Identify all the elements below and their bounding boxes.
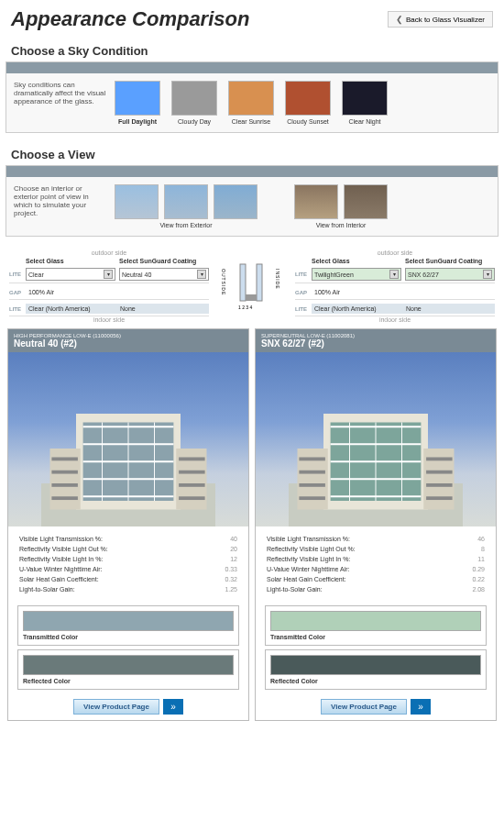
spec-row: Visible Light Transmission %:40 xyxy=(19,534,237,544)
spec-row: Solar Heat Gain Coefficient:0.32 xyxy=(19,574,237,584)
transmitted-swatch: Transmitted Color xyxy=(265,605,487,646)
svg-text:1  2    3  4: 1 2 3 4 xyxy=(238,305,253,310)
spec-row: Reflectivity Visible Light In %:12 xyxy=(19,554,237,564)
view-section-title: Choose a View xyxy=(0,142,504,165)
svg-rect-40 xyxy=(299,457,325,460)
gap-value: 100% Air xyxy=(26,287,209,297)
svg-rect-4 xyxy=(246,294,257,301)
coating-select[interactable]: SNX 62/27▾ xyxy=(405,268,495,281)
coating-select[interactable]: Neutral 40▾ xyxy=(119,268,209,281)
specs-table: Visible Light Transmission %:46Reflectiv… xyxy=(256,526,496,602)
sky-thumb-icon xyxy=(342,81,388,116)
sky-thumb-icon xyxy=(228,81,274,116)
transmitted-swatch: Transmitted Color xyxy=(17,605,239,646)
sky-panel: Sky conditions can dramatically affect t… xyxy=(5,61,499,133)
glass2-value: Clear (North America) xyxy=(26,304,117,314)
svg-text:OUTSIDE: OUTSIDE xyxy=(221,269,226,295)
arrow-right-icon[interactable]: » xyxy=(163,699,183,715)
result-header: SUPERNEUTRAL LOW-E (11002081)SNX 62/27 (… xyxy=(256,329,496,352)
sky-thumb-icon xyxy=(171,81,217,116)
view-product-button[interactable]: View Product Page xyxy=(321,699,407,715)
chevron-down-icon: ▾ xyxy=(197,270,206,279)
result-header: HIGH PERFORMANCE LOW-E (11000056)Neutral… xyxy=(8,329,248,352)
svg-rect-42 xyxy=(299,470,325,473)
svg-text:INSIDE: INSIDE xyxy=(275,269,280,290)
spec-row: Reflectivity Visible Light Out %:20 xyxy=(19,544,237,554)
view-product-button[interactable]: View Product Page xyxy=(73,699,159,715)
spec-row: Light-to-Solar Gain:2.08 xyxy=(267,584,485,594)
sky-section-title: Choose a Sky Condition xyxy=(0,39,504,61)
svg-rect-22 xyxy=(179,470,205,473)
side-label: outdoor side xyxy=(9,249,209,256)
svg-rect-20 xyxy=(179,457,205,460)
view-desc: Choose an interior or exterior point of … xyxy=(14,184,115,228)
view-thumb[interactable] xyxy=(164,184,208,219)
chevron-down-icon: ▾ xyxy=(104,270,113,279)
header: Appearance Comparison ❮ Back to Glass Vi… xyxy=(0,0,504,39)
sky-desc: Sky conditions can dramatically affect t… xyxy=(14,81,115,125)
svg-rect-19 xyxy=(51,457,78,460)
spec-row: U-Value Winter Nighttime Air:0.33 xyxy=(19,564,237,574)
chevron-left-icon: ❮ xyxy=(396,15,403,24)
glass-select[interactable]: Clear▾ xyxy=(26,268,115,281)
sky-option[interactable]: Clear Night xyxy=(342,81,388,125)
reflected-swatch: Reflected Color xyxy=(265,649,487,690)
interior-views xyxy=(294,184,388,219)
sky-option[interactable]: Clear Sunrise xyxy=(228,81,274,125)
spec-row: Reflectivity Visible Light In %:11 xyxy=(267,554,485,564)
results: HIGH PERFORMANCE LOW-E (11000056)Neutral… xyxy=(0,328,504,730)
spec-row: Solar Heat Gain Coefficient:0.22 xyxy=(267,574,485,584)
view-thumb[interactable] xyxy=(214,184,257,219)
building-render xyxy=(8,352,248,526)
svg-rect-26 xyxy=(179,496,205,500)
svg-rect-24 xyxy=(179,483,205,487)
side-label: indoor side xyxy=(9,316,209,323)
spec-row: Light-to-Solar Gain:1.25 xyxy=(19,584,237,594)
svg-rect-3 xyxy=(257,264,262,301)
svg-rect-41 xyxy=(426,457,453,460)
view-thumb[interactable] xyxy=(344,184,388,219)
building-render xyxy=(256,352,496,526)
sky-option[interactable]: Cloudy Day xyxy=(171,81,217,125)
sky-option[interactable]: Full Daylight xyxy=(115,81,160,125)
view-thumb[interactable] xyxy=(115,184,159,219)
gap-value: 100% Air xyxy=(312,287,495,297)
svg-rect-2 xyxy=(240,264,246,301)
sky-option[interactable]: Cloudy Sunset xyxy=(285,81,331,125)
specs-table: Visible Light Transmission %:40Reflectiv… xyxy=(8,526,248,602)
back-button[interactable]: ❮ Back to Glass Visualizer xyxy=(388,11,493,28)
panel-accent xyxy=(6,166,498,177)
spec-row: Visible Light Transmission %:46 xyxy=(267,534,485,544)
view-thumb[interactable] xyxy=(294,184,338,219)
panel-accent xyxy=(6,62,498,73)
exterior-views xyxy=(115,184,257,219)
spec-row: Reflectivity Visible Light Out %:8 xyxy=(267,544,485,554)
svg-rect-44 xyxy=(299,483,325,487)
svg-rect-25 xyxy=(51,496,78,500)
coat2-value: None xyxy=(403,304,495,314)
coat2-value: None xyxy=(117,304,209,314)
side-label: outdoor side xyxy=(295,249,495,256)
config-section: outdoor side Select GlassSelect SunGuard… xyxy=(0,246,504,328)
spec-row: U-Value Winter Nighttime Air:0.29 xyxy=(267,564,485,574)
glass2-value: Clear (North America) xyxy=(312,304,403,314)
view-panel: Choose an interior or exterior point of … xyxy=(5,165,499,237)
side-label: indoor side xyxy=(295,316,495,323)
chevron-down-icon: ▾ xyxy=(389,270,399,279)
svg-rect-43 xyxy=(426,470,453,473)
reflected-swatch: Reflected Color xyxy=(17,649,239,690)
arrow-right-icon[interactable]: » xyxy=(411,699,431,715)
igu-diagram: OUTSIDE INSIDE 1 2 3 4 xyxy=(215,249,289,325)
chevron-down-icon: ▾ xyxy=(483,270,492,279)
svg-rect-23 xyxy=(51,483,78,487)
svg-rect-21 xyxy=(51,470,78,473)
svg-rect-46 xyxy=(299,496,325,500)
page-title: Appearance Comparison xyxy=(11,7,249,31)
sky-thumb-icon xyxy=(115,81,160,116)
glass-select[interactable]: TwilightGreen▾ xyxy=(312,268,401,281)
svg-rect-47 xyxy=(426,496,453,500)
sky-thumb-icon xyxy=(285,81,331,116)
svg-rect-45 xyxy=(426,483,453,487)
